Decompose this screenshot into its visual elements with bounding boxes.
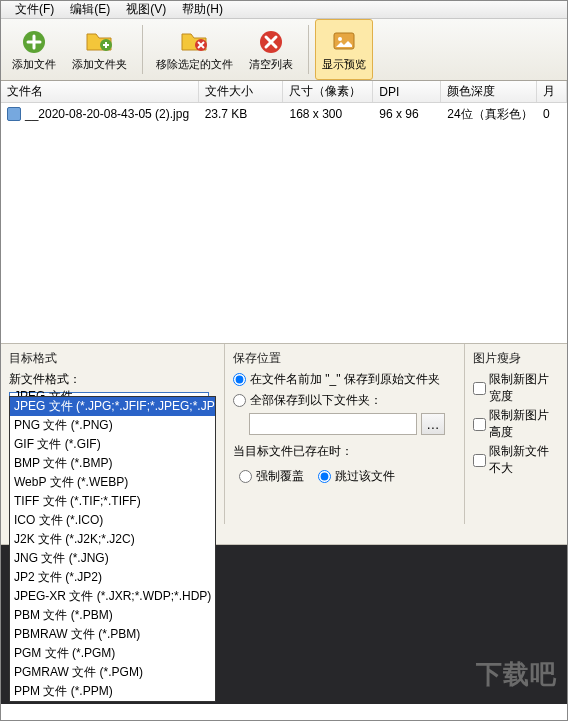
cell-dimensions: 168 x 300 — [283, 107, 373, 121]
ellipsis-icon: … — [426, 417, 439, 432]
remove-selected-button[interactable]: 移除选定的文件 — [149, 19, 240, 80]
overwrite-label: 强制覆盖 — [256, 468, 304, 485]
format-option[interactable]: PBM 文件 (*.PBM) — [10, 606, 215, 625]
format-option[interactable]: ICO 文件 (*.ICO) — [10, 511, 215, 530]
new-format-label: 新文件格式： — [9, 371, 216, 388]
col-dpi[interactable]: DPI — [373, 81, 441, 102]
svg-point-5 — [338, 37, 342, 41]
col-filesize[interactable]: 文件大小 — [199, 81, 284, 102]
add-file-icon — [19, 27, 49, 57]
file-list-header: 文件名 文件大小 尺寸（像素） DPI 颜色深度 月 — [1, 81, 567, 103]
col-filename[interactable]: 文件名 — [1, 81, 199, 102]
file-exists-title: 当目标文件已存在时： — [233, 443, 456, 460]
show-preview-button[interactable]: 显示预览 — [315, 19, 373, 80]
add-folder-icon — [85, 27, 115, 57]
save-location-panel: 保存位置 在文件名前加 "_" 保存到原始文件夹 全部保存到以下文件夹： … 当… — [225, 344, 465, 524]
save-location-title: 保存位置 — [233, 350, 456, 367]
format-option[interactable]: GIF 文件 (*.GIF) — [10, 435, 215, 454]
limit-size-input[interactable] — [473, 454, 486, 467]
format-option[interactable]: JPEG-XR 文件 (*.JXR;*.WDP;*.HDP) — [10, 587, 215, 606]
toolbar-separator — [142, 25, 143, 74]
settings-panels: 目标格式 新文件格式： JPEG 文件 (*.JPG;*.JFIF;*.JPEG… — [1, 343, 567, 524]
format-option[interactable]: WebP 文件 (*.WEBP) — [10, 473, 215, 492]
col-dimensions[interactable]: 尺寸（像素） — [283, 81, 373, 102]
save-folder-path[interactable] — [249, 413, 417, 435]
browse-button[interactable]: … — [421, 413, 445, 435]
overwrite-input[interactable] — [239, 470, 252, 483]
format-option[interactable]: PPMRAW 文件 (*.PPM) — [10, 701, 215, 702]
save-prefix-label: 在文件名前加 "_" 保存到原始文件夹 — [250, 371, 440, 388]
format-option[interactable]: J2K 文件 (*.J2K;*.J2C) — [10, 530, 215, 549]
add-files-label: 添加文件 — [12, 57, 56, 72]
watermark-text: 下载吧 — [476, 657, 557, 692]
image-file-icon — [7, 107, 21, 121]
format-option[interactable]: PBMRAW 文件 (*.PBM) — [10, 625, 215, 644]
cell-dpi: 96 x 96 — [373, 107, 441, 121]
save-prefix-radio[interactable]: 在文件名前加 "_" 保存到原始文件夹 — [233, 371, 456, 388]
image-slim-panel: 图片瘦身 限制新图片宽度 限制新图片高度 限制新文件不大 — [465, 344, 567, 524]
clear-icon — [256, 27, 286, 57]
format-option[interactable]: PGMRAW 文件 (*.PGM) — [10, 663, 215, 682]
limit-width-check[interactable]: 限制新图片宽度 — [473, 371, 559, 405]
limit-size-label: 限制新文件不大 — [489, 443, 559, 477]
format-option[interactable]: PNG 文件 (*.PNG) — [10, 416, 215, 435]
cell-filename: __2020-08-20-08-43-05 (2).jpg — [25, 107, 189, 121]
file-list[interactable]: __2020-08-20-08-43-05 (2).jpg 23.7 KB 16… — [1, 103, 567, 343]
col-extra[interactable]: 月 — [537, 81, 567, 102]
limit-width-input[interactable] — [473, 382, 486, 395]
limit-height-label: 限制新图片高度 — [489, 407, 559, 441]
col-colordepth[interactable]: 颜色深度 — [441, 81, 537, 102]
add-folder-label: 添加文件夹 — [72, 57, 127, 72]
menu-edit[interactable]: 编辑(E) — [62, 1, 118, 18]
cell-colordepth: 24位（真彩色） — [441, 106, 537, 123]
format-option[interactable]: JP2 文件 (*.JP2) — [10, 568, 215, 587]
cell-extra: 0 — [537, 107, 567, 121]
target-format-panel: 目标格式 新文件格式： JPEG 文件 (*.JPG;*.JFIF;*.JPEG… — [1, 344, 225, 524]
show-preview-label: 显示预览 — [322, 57, 366, 72]
menu-help[interactable]: 帮助(H) — [174, 1, 231, 18]
format-option[interactable]: TIFF 文件 (*.TIF;*.TIFF) — [10, 492, 215, 511]
menu-file[interactable]: 文件(F) — [7, 1, 62, 18]
target-format-title: 目标格式 — [9, 350, 216, 367]
save-prefix-input[interactable] — [233, 373, 246, 386]
format-option[interactable]: BMP 文件 (*.BMP) — [10, 454, 215, 473]
format-option[interactable]: PGM 文件 (*.PGM) — [10, 644, 215, 663]
menubar: 文件(F) 编辑(E) 视图(V) 帮助(H) — [1, 1, 567, 19]
menu-view[interactable]: 视图(V) — [118, 1, 174, 18]
skip-radio[interactable]: 跳过该文件 — [318, 468, 395, 485]
clear-list-label: 清空列表 — [249, 57, 293, 72]
save-folder-radio[interactable]: 全部保存到以下文件夹： — [233, 392, 456, 409]
format-option[interactable]: JNG 文件 (*.JNG) — [10, 549, 215, 568]
toolbar: 添加文件 添加文件夹 移除选定的文件 清空列表 显示预览 — [1, 19, 567, 81]
save-folder-label: 全部保存到以下文件夹： — [250, 392, 382, 409]
format-option[interactable]: JPEG 文件 (*.JPG;*.JFIF;*.JPEG;*.JP — [10, 397, 215, 416]
skip-input[interactable] — [318, 470, 331, 483]
preview-icon — [329, 27, 359, 57]
save-folder-input[interactable] — [233, 394, 246, 407]
format-dropdown[interactable]: JPEG 文件 (*.JPG;*.JFIF;*.JPEG;*.JP PNG 文件… — [9, 396, 216, 702]
limit-width-label: 限制新图片宽度 — [489, 371, 559, 405]
skip-label: 跳过该文件 — [335, 468, 395, 485]
format-option[interactable]: PPM 文件 (*.PPM) — [10, 682, 215, 701]
add-files-button[interactable]: 添加文件 — [5, 19, 63, 80]
clear-list-button[interactable]: 清空列表 — [242, 19, 300, 80]
table-row[interactable]: __2020-08-20-08-43-05 (2).jpg 23.7 KB 16… — [1, 103, 567, 125]
toolbar-separator-2 — [308, 25, 309, 74]
limit-height-check[interactable]: 限制新图片高度 — [473, 407, 559, 441]
limit-size-check[interactable]: 限制新文件不大 — [473, 443, 559, 477]
remove-selected-label: 移除选定的文件 — [156, 57, 233, 72]
overwrite-radio[interactable]: 强制覆盖 — [239, 468, 304, 485]
cell-filesize: 23.7 KB — [199, 107, 284, 121]
add-folder-button[interactable]: 添加文件夹 — [65, 19, 134, 80]
limit-height-input[interactable] — [473, 418, 486, 431]
remove-file-icon — [180, 27, 210, 57]
image-slim-title: 图片瘦身 — [473, 350, 559, 367]
